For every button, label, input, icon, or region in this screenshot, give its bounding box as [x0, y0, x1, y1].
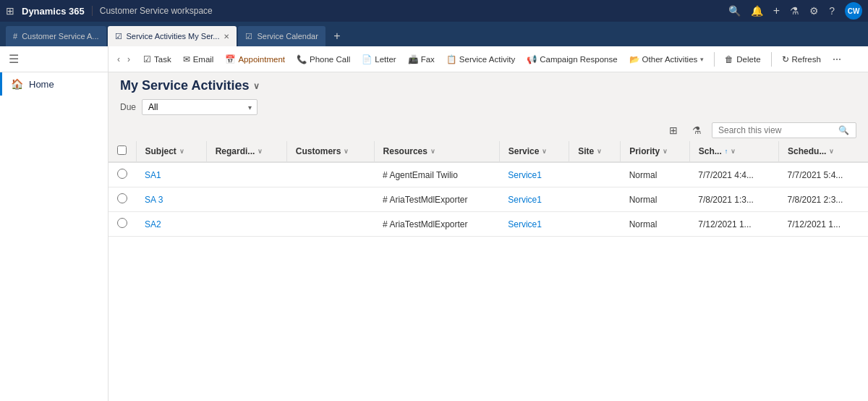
advanced-filter-button[interactable]: ⚗: [688, 122, 706, 138]
subject-link-0[interactable]: SA1: [145, 170, 161, 180]
bell-icon[interactable]: 🔔: [751, 5, 763, 17]
campaign-response-button[interactable]: 📢 Campaign Response: [522, 51, 621, 67]
content-area: ‹ › ☑ Task ✉ Email 📅 Appointment 📞 Phone…: [109, 46, 868, 401]
select-all-checkbox[interactable]: [117, 145, 127, 155]
th-service[interactable]: Service ∨: [499, 141, 569, 162]
row-radio-cell[interactable]: [109, 212, 136, 237]
fax-button[interactable]: 📠 Fax: [404, 51, 439, 67]
row-radio-cell[interactable]: [109, 162, 136, 187]
page-title: My Service Activities: [120, 78, 249, 93]
th-service-label: Service: [509, 146, 540, 156]
cell-service-1: Service1: [499, 187, 569, 212]
app-grid-icon[interactable]: ⊞: [6, 5, 14, 17]
avatar[interactable]: CW: [845, 2, 862, 20]
home-icon: 🏠: [11, 78, 23, 90]
cell-site-1: [569, 187, 621, 212]
appointment-label: Appointment: [238, 55, 285, 64]
settings-icon[interactable]: ⚙: [809, 5, 819, 17]
th-priority[interactable]: Priority ∨: [621, 141, 690, 162]
row-radio-0[interactable]: [117, 169, 127, 179]
search-submit-button[interactable]: 🔍: [838, 125, 849, 135]
tab-icon-3: ☑: [245, 32, 252, 41]
letter-button[interactable]: 📄 Letter: [357, 51, 400, 67]
cell-sched-end-0: 7/7/2021 5:4...: [779, 162, 868, 187]
due-filter-select[interactable]: All Today This Week This Month: [142, 99, 258, 115]
th-subject[interactable]: Subject ∨: [136, 141, 206, 162]
th-resources-label: Resources: [383, 146, 427, 156]
th-site-label: Site: [578, 146, 594, 156]
cell-customers-2: [286, 212, 374, 237]
th-site[interactable]: Site ∨: [569, 141, 621, 162]
th-resources[interactable]: Resources ∨: [374, 141, 499, 162]
tab-label-2: Service Activities My Ser...: [127, 32, 220, 41]
subject-link-1[interactable]: SA 3: [145, 195, 163, 205]
sidebar: ☰ 🏠 Home: [0, 46, 109, 401]
sidebar-home-label: Home: [29, 79, 54, 90]
plus-icon[interactable]: +: [773, 4, 780, 17]
tab-customer-service[interactable]: # Customer Service A...: [6, 26, 106, 46]
appointment-button[interactable]: 📅 Appointment: [221, 51, 289, 67]
th-sched-end-sort: ∨: [829, 148, 834, 155]
row-radio-1[interactable]: [117, 193, 127, 203]
th-priority-sort: ∨: [663, 148, 668, 155]
cell-resources-0: # AgentEmail Twilio: [374, 162, 499, 187]
search-icon[interactable]: 🔍: [728, 5, 741, 17]
service-link-2[interactable]: Service1: [508, 219, 542, 229]
delete-button[interactable]: 🗑 Delete: [720, 52, 765, 67]
list-title-chevron[interactable]: ∨: [253, 81, 260, 91]
th-sched-end[interactable]: Schedu... ∨: [779, 141, 868, 162]
service-link-0[interactable]: Service1: [508, 170, 542, 180]
cell-resources-1: # AriaTestMdlExporter: [374, 187, 499, 212]
search-input[interactable]: [718, 125, 834, 135]
service-activities-table: Subject ∨ Regardi... ∨ C: [109, 141, 868, 237]
sidebar-toggle[interactable]: ☰: [0, 46, 108, 72]
row-radio-2[interactable]: [117, 218, 127, 228]
email-button[interactable]: ✉ Email: [179, 51, 218, 67]
cell-sched-end-2: 7/12/2021 1...: [779, 212, 868, 237]
tab-service-activities[interactable]: ☑ Service Activities My Ser... ✕: [108, 26, 237, 46]
refresh-button[interactable]: ↻ Refresh: [778, 51, 825, 67]
task-icon: ☑: [143, 54, 151, 64]
sidebar-item-home[interactable]: 🏠 Home: [0, 72, 108, 96]
nav-back-button[interactable]: ‹: [114, 53, 123, 66]
th-regarding[interactable]: Regardi... ∨: [206, 141, 286, 162]
service-activity-button[interactable]: 📋 Service Activity: [442, 51, 519, 67]
tab-icon-2: ☑: [115, 32, 122, 41]
tab-close-2[interactable]: ✕: [224, 33, 229, 41]
cell-regarding-1: [206, 187, 286, 212]
th-subject-label: Subject: [145, 146, 176, 156]
table-header-row: Subject ∨ Regardi... ∨ C: [109, 141, 868, 162]
cell-regarding-2: [206, 212, 286, 237]
other-activities-button[interactable]: 📂 Other Activities ▾: [625, 51, 709, 67]
filter-row: Due All Today This Week This Month: [120, 99, 856, 115]
th-sched-start-sort: ↑: [725, 148, 728, 155]
th-select-all[interactable]: [109, 141, 136, 162]
row-radio-cell[interactable]: [109, 187, 136, 212]
nav-forward-button[interactable]: ›: [124, 53, 133, 66]
service-link-1[interactable]: Service1: [508, 195, 542, 205]
appointment-icon: 📅: [225, 54, 235, 64]
filter-icon[interactable]: ⚗: [790, 5, 799, 17]
view-toggle-button[interactable]: ⊞: [665, 122, 682, 138]
tab-service-calendar[interactable]: ☑ Service Calendar: [238, 26, 325, 46]
brand-label: Dynamics 365: [22, 6, 85, 17]
service-activity-label: Service Activity: [459, 55, 515, 64]
cell-sched-start-0: 7/7/2021 4:4...: [689, 162, 778, 187]
task-button[interactable]: ☑ Task: [139, 51, 176, 67]
subject-link-2[interactable]: SA2: [145, 219, 161, 229]
phone-call-button[interactable]: 📞 Phone Call: [292, 51, 354, 67]
cell-sched-start-2: 7/12/2021 1...: [689, 212, 778, 237]
cell-subject-2: SA2: [136, 212, 206, 237]
th-subject-sort: ∨: [179, 148, 184, 155]
th-sched-end-label: Schedu...: [788, 146, 826, 156]
th-customers[interactable]: Customers ∨: [286, 141, 374, 162]
tabbar: # Customer Service A... ☑ Service Activi…: [0, 22, 868, 46]
cell-site-2: [569, 212, 621, 237]
list-title-row: My Service Activities ∨: [120, 78, 856, 93]
more-button[interactable]: ⋯: [828, 51, 846, 67]
add-tab-button[interactable]: +: [327, 26, 347, 46]
refresh-label: Refresh: [792, 55, 821, 64]
th-sched-start[interactable]: Sch... ↑ ∨: [689, 141, 778, 162]
help-icon[interactable]: ?: [829, 5, 835, 17]
th-customers-sort: ∨: [344, 148, 349, 155]
